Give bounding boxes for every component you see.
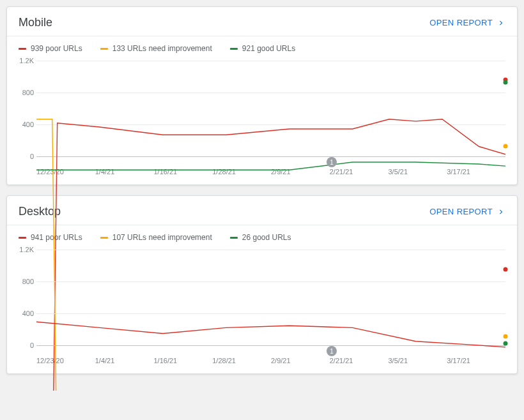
card-title: Mobile [19, 16, 52, 29]
event-marker-label: 1 [330, 348, 334, 355]
y-axis: 04008001.2K [19, 250, 36, 345]
chevron-right-icon [497, 19, 505, 27]
series-end-dot [504, 80, 508, 84]
series-line [36, 322, 505, 347]
chart[interactable]: 04008001.2K1 [36, 250, 505, 345]
y-tick-label: 1.2K [19, 246, 34, 253]
y-tick-label: 400 [22, 121, 34, 128]
event-marker[interactable]: 1 [327, 346, 337, 356]
y-tick-label: 800 [22, 278, 34, 285]
legend-swatch [230, 48, 238, 50]
card-header: MobileOPEN REPORT [7, 7, 517, 36]
legend-item[interactable]: 939 poor URLs [19, 44, 82, 53]
y-axis: 04008001.2K [19, 61, 36, 156]
chart[interactable]: 04008001.2K1 [36, 61, 505, 156]
series-end-dot [504, 267, 508, 272]
plot [36, 250, 505, 391]
chart-area: 04008001.2K112/23/201/4/211/16/211/28/21… [7, 246, 517, 373]
event-marker-label: 1 [330, 159, 334, 166]
legend: 939 poor URLs133 URLs need improvement92… [7, 36, 517, 57]
mobile-card: MobileOPEN REPORT939 poor URLs133 URLs n… [6, 6, 518, 185]
event-marker[interactable]: 1 [327, 157, 337, 167]
legend-label: 921 good URLs [242, 44, 295, 53]
y-tick-label: 0 [30, 153, 34, 160]
y-tick-label: 1.2K [19, 57, 34, 64]
legend-label: 939 poor URLs [31, 44, 82, 53]
legend-label: 133 URLs need improvement [112, 44, 212, 53]
open-report-button[interactable]: OPEN REPORT [429, 18, 505, 27]
legend-swatch [100, 48, 108, 50]
series-end-dot [504, 341, 508, 345]
legend-swatch [19, 237, 26, 239]
legend-item[interactable]: 133 URLs need improvement [100, 44, 212, 53]
series-line [36, 162, 505, 170]
series-end-dot [504, 334, 508, 339]
legend-swatch [19, 48, 26, 50]
chart-area: 04008001.2K112/23/201/4/211/16/211/28/21… [7, 57, 517, 184]
y-tick-label: 0 [30, 341, 34, 349]
y-tick-label: 400 [22, 310, 34, 317]
series-end-dot [504, 144, 508, 148]
y-tick-label: 800 [22, 89, 34, 96]
open-report-label: OPEN REPORT [429, 18, 493, 27]
legend-item[interactable]: 921 good URLs [230, 44, 295, 53]
